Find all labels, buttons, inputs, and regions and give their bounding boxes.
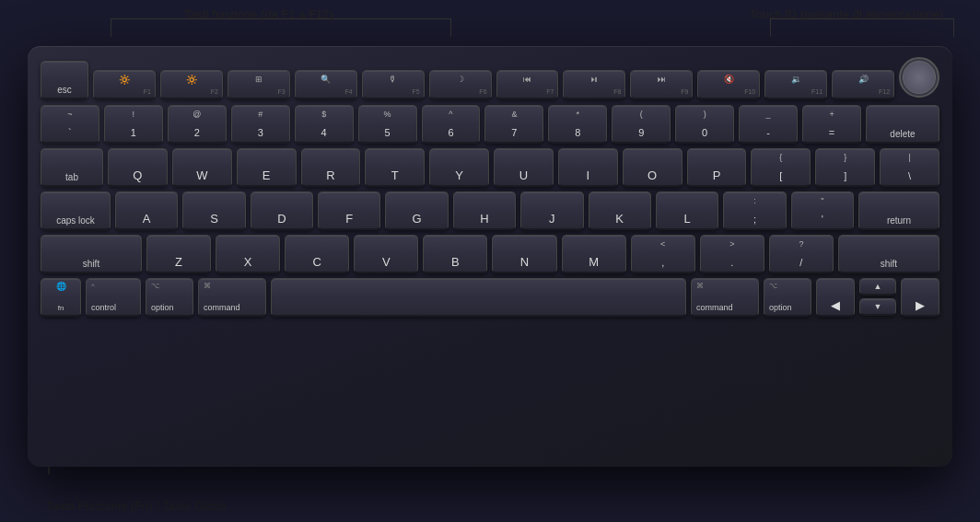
- key-f3[interactable]: ⊞ F3: [228, 70, 290, 99]
- key-option-left[interactable]: ⌥ option: [146, 278, 193, 317]
- key-tab[interactable]: tab: [41, 148, 103, 187]
- key-f2[interactable]: 🔆 F2: [160, 70, 223, 99]
- key-command-left[interactable]: ⌘ command: [198, 278, 266, 317]
- key-1-bot: 1: [131, 127, 136, 138]
- key-f7[interactable]: ⏮ F7: [496, 70, 559, 99]
- key-spacebar[interactable]: [271, 278, 686, 317]
- key-f12[interactable]: 🔊 F12: [832, 70, 894, 99]
- key-c[interactable]: C: [285, 235, 349, 273]
- key-x[interactable]: X: [216, 235, 280, 273]
- key-r[interactable]: R: [301, 148, 361, 187]
- key-command-right[interactable]: ⌘ command: [691, 278, 759, 317]
- key-v[interactable]: V: [354, 235, 418, 273]
- key-caps-lock[interactable]: caps lock: [41, 191, 111, 230]
- key-comma[interactable]: < ,: [631, 235, 695, 273]
- key-5[interactable]: % 5: [358, 105, 417, 144]
- key-1-top: !: [133, 110, 135, 119]
- key-k[interactable]: K: [589, 191, 651, 230]
- key-option-right-label: option: [769, 303, 792, 312]
- key-b[interactable]: B: [423, 235, 487, 273]
- key-esc[interactable]: esc: [41, 61, 88, 99]
- key-n-label: N: [520, 255, 529, 269]
- key-option-right[interactable]: ⌥ option: [764, 278, 811, 317]
- key-f5[interactable]: 🎙 F5: [362, 70, 425, 99]
- key-s[interactable]: S: [182, 191, 245, 230]
- key-f12-icon: 🔊: [858, 75, 869, 84]
- key-h[interactable]: H: [453, 191, 516, 230]
- key-p[interactable]: P: [687, 148, 747, 187]
- key-j[interactable]: J: [520, 191, 583, 230]
- key-l[interactable]: L: [656, 191, 718, 230]
- annotation-touchid-label: Touch ID (pulsante di alimentazione): [750, 7, 943, 21]
- key-shift-right[interactable]: shift: [838, 235, 939, 273]
- key-period-top: >: [729, 239, 734, 249]
- key-f[interactable]: F: [318, 191, 380, 230]
- key-9[interactable]: ( 9: [612, 105, 671, 144]
- key-f11[interactable]: 🔉 F11: [764, 70, 827, 99]
- key-bracket-open[interactable]: { [: [751, 148, 811, 187]
- key-8[interactable]: * 8: [548, 105, 607, 144]
- key-e[interactable]: E: [237, 148, 297, 187]
- key-f1[interactable]: 🔆 F1: [93, 70, 156, 99]
- key-n[interactable]: N: [492, 235, 556, 273]
- key-comma-top: <: [660, 239, 665, 249]
- key-control[interactable]: ^ control: [86, 278, 141, 317]
- key-g[interactable]: G: [385, 191, 448, 230]
- key-touchid[interactable]: [899, 57, 939, 98]
- key-arrow-right[interactable]: ▶: [901, 278, 939, 317]
- key-semi-top: :: [753, 196, 756, 205]
- key-t[interactable]: T: [365, 148, 425, 187]
- key-slash-bot: /: [799, 257, 802, 268]
- key-return[interactable]: return: [858, 191, 939, 230]
- key-backtick-bot: `: [68, 127, 72, 138]
- key-minus[interactable]: _ -: [739, 105, 798, 144]
- key-arrow-up[interactable]: ▲: [859, 278, 896, 296]
- key-backslash[interactable]: | \: [880, 148, 939, 187]
- key-w[interactable]: W: [172, 148, 232, 187]
- key-o[interactable]: O: [623, 148, 682, 187]
- key-i[interactable]: I: [558, 148, 618, 187]
- key-q[interactable]: Q: [108, 148, 168, 187]
- bracket-fn-keys: [111, 18, 451, 37]
- key-a[interactable]: A: [115, 191, 178, 230]
- key-semicolon[interactable]: : ;: [723, 191, 786, 230]
- key-period[interactable]: > .: [700, 235, 764, 273]
- key-f6-icon: ☽: [457, 75, 464, 84]
- key-6[interactable]: ^ 6: [422, 105, 481, 144]
- key-2[interactable]: @ 2: [168, 105, 227, 144]
- key-4-bot: 4: [321, 127, 327, 138]
- key-bracket-close[interactable]: } ]: [815, 148, 875, 187]
- key-c-label: C: [313, 255, 321, 269]
- key-z[interactable]: Z: [146, 235, 211, 273]
- key-f10[interactable]: 🔇 F10: [697, 70, 760, 99]
- key-4[interactable]: $ 4: [295, 105, 354, 144]
- key-slash[interactable]: ? /: [769, 235, 834, 273]
- key-arrow-down[interactable]: ▼: [859, 298, 896, 316]
- key-3[interactable]: # 3: [231, 105, 290, 144]
- key-f9[interactable]: ⏭ F9: [630, 70, 693, 99]
- key-t-label: T: [391, 168, 399, 182]
- key-shift-left[interactable]: shift: [41, 235, 142, 273]
- key-delete[interactable]: delete: [866, 105, 939, 144]
- key-m[interactable]: M: [562, 235, 626, 273]
- key-backtick[interactable]: ~ `: [41, 105, 99, 144]
- key-f4[interactable]: 🔍 F4: [295, 70, 357, 99]
- key-1[interactable]: ! 1: [104, 105, 163, 144]
- key-equals[interactable]: + =: [802, 105, 861, 144]
- key-7[interactable]: & 7: [484, 105, 543, 144]
- key-quote[interactable]: " ': [791, 191, 854, 230]
- key-esc-label: esc: [57, 86, 72, 95]
- key-f8[interactable]: ⏯ F8: [563, 70, 625, 99]
- key-y[interactable]: Y: [429, 148, 489, 187]
- key-bs-bot: \: [908, 170, 911, 181]
- key-fn-globe[interactable]: 🌐 fn: [41, 278, 81, 317]
- key-return-label: return: [887, 216, 911, 226]
- key-0[interactable]: ) 0: [675, 105, 734, 144]
- key-f3-label: F3: [278, 88, 286, 95]
- key-bopen-top: {: [779, 153, 782, 162]
- key-f6[interactable]: ☽ F6: [429, 70, 492, 99]
- key-d[interactable]: D: [251, 191, 313, 230]
- key-u[interactable]: U: [494, 148, 554, 187]
- key-arrow-updown-container: ▲ ▼: [859, 278, 896, 317]
- key-arrow-left[interactable]: ◀: [816, 278, 855, 317]
